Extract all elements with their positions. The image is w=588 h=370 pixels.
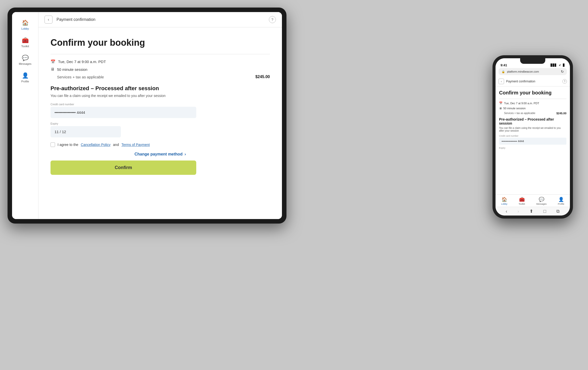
- phone-nav-lobby[interactable]: 🏠 Lobby: [501, 197, 507, 205]
- phone-nav-messages[interactable]: 💬 Messages: [536, 197, 547, 205]
- phone-home-icon: 🏠: [502, 197, 507, 202]
- phone-calendar-icon: 📅: [499, 101, 503, 105]
- phone-screen-icon: 🖥: [499, 107, 502, 110]
- phone-screen: 9:41 ▊▊▊ ⊀ ▊ 🔒 platform.mindbeacon.com ↻…: [496, 58, 570, 216]
- phone-page-title: Confirm your booking: [499, 90, 566, 96]
- preauth-subtitle: You can file a claim using the receipt w…: [51, 94, 270, 98]
- phone-nav-profile[interactable]: 👤 Profile: [558, 197, 564, 205]
- credit-card-field: Credit card number •••••••••••••••• 4444: [51, 103, 270, 118]
- browser-bookmark-icon[interactable]: □: [544, 209, 546, 214]
- browser-forward-icon[interactable]: ›: [518, 209, 519, 214]
- phone-cc-label: Credit card number: [499, 135, 566, 137]
- phone-header-title: Payment confirmation: [506, 80, 560, 83]
- sidebar-label-toolkit: Toolkit: [21, 45, 29, 48]
- profile-icon: 👤: [22, 72, 29, 79]
- browser-tabs-icon[interactable]: ⧉: [556, 209, 560, 214]
- sidebar-item-profile[interactable]: 👤 Profile: [15, 70, 36, 85]
- booking-session-row: 🖥 50 minute session: [51, 67, 270, 72]
- agreement-checkbox[interactable]: [51, 142, 55, 147]
- screen-icon: 🖥: [51, 67, 55, 72]
- divider-1: [51, 54, 270, 54]
- sidebar-item-toolkit[interactable]: 🧰 Toolkit: [15, 35, 36, 50]
- phone-toolkit-icon: 🧰: [519, 197, 525, 202]
- expiry-field: Expiry 11 / 12: [51, 122, 270, 137]
- tablet-screen: 🏠 Lobby 🧰 Toolkit 💬 Messages 👤 Profile ‹: [12, 12, 282, 219]
- wifi-icon: ⊀: [559, 64, 561, 67]
- terms-link[interactable]: Terms of Payment: [121, 143, 150, 147]
- phone-notch: [520, 58, 545, 64]
- url-content: 🔒 platform.mindbeacon.com: [502, 70, 539, 73]
- toolkit-icon: 🧰: [22, 37, 29, 44]
- expiry-input[interactable]: 11 / 12: [51, 126, 121, 137]
- phone-expiry-label: Expiry: [499, 147, 566, 149]
- status-icons: ▊▊▊ ⊀ ▊: [551, 64, 565, 67]
- change-payment-button[interactable]: Change payment method ›: [51, 152, 270, 156]
- booking-date: Tue, Dec 7 at 9:00 a.m. PDT: [58, 60, 106, 64]
- phone-header: ‹ Payment confirmation ?: [496, 77, 570, 86]
- tablet-device: 🏠 Lobby 🧰 Toolkit 💬 Messages 👤 Profile ‹: [8, 8, 286, 224]
- calendar-icon: 📅: [51, 59, 56, 64]
- phone-help-button[interactable]: ?: [562, 79, 567, 84]
- preauth-section: Pre-authorized – Processed after session…: [51, 85, 270, 137]
- booking-session: 50 minute session: [57, 67, 87, 72]
- phone-nav-profile-label: Profile: [558, 203, 564, 205]
- phone-content: ‹ Payment confirmation ? Confirm your bo…: [496, 77, 570, 216]
- header-bar: ‹ Payment confirmation ?: [38, 12, 282, 27]
- expiry-label: Expiry: [51, 122, 270, 125]
- phone-bottom-nav: 🏠 Lobby 🧰 Toolkit 💬 Messages 👤 Profile: [496, 194, 570, 207]
- signal-icon: ▊▊▊: [551, 64, 557, 67]
- phone-preauth-title: Pre-authorized – Processed after session: [499, 117, 566, 125]
- agreement-text-and: and: [113, 143, 119, 147]
- phone-price: $245.00: [556, 112, 566, 115]
- back-button[interactable]: ‹: [44, 16, 53, 24]
- price-row: Services + tax as applicable $245.00: [51, 75, 270, 79]
- chevron-right-icon: ›: [184, 152, 186, 156]
- sidebar-label-messages: Messages: [19, 62, 31, 65]
- home-icon: 🏠: [22, 20, 29, 26]
- sidebar-item-lobby[interactable]: 🏠 Lobby: [15, 17, 36, 33]
- page-body: Confirm your booking 📅 Tue, Dec 7 at 9:0…: [38, 27, 282, 219]
- agreement-row: I agree to the Cancellation Policy and T…: [51, 142, 270, 147]
- url-text: platform.mindbeacon.com: [507, 70, 539, 73]
- phone-nav-toolkit[interactable]: 🧰 Toolkit: [519, 197, 525, 205]
- phone-cc-input[interactable]: •••••••••••••••• 4444: [499, 138, 566, 145]
- battery-icon: ▊: [563, 64, 565, 67]
- phone-session: 50 minute session: [503, 107, 526, 110]
- sidebar-item-messages[interactable]: 💬 Messages: [15, 52, 36, 68]
- change-payment-label: Change payment method: [134, 152, 182, 156]
- refresh-icon[interactable]: ↻: [561, 70, 564, 74]
- sidebar-label-profile: Profile: [21, 80, 29, 83]
- cancellation-policy-link[interactable]: Cancellation Policy: [81, 143, 111, 147]
- booking-date-row: 📅 Tue, Dec 7 at 9:00 a.m. PDT: [51, 59, 270, 64]
- phone-nav-lobby-label: Lobby: [501, 203, 507, 205]
- phone-body: Confirm your booking 📅 Tue, Dec 7 at 9:0…: [496, 86, 570, 194]
- page-title: Confirm your booking: [51, 37, 270, 48]
- booking-info: 📅 Tue, Dec 7 at 9:00 a.m. PDT 🖥 50 minut…: [51, 59, 270, 79]
- credit-card-label: Credit card number: [51, 103, 270, 106]
- phone-profile-icon: 👤: [558, 197, 564, 202]
- phone-session-row: 🖥 50 minute session: [499, 107, 566, 110]
- confirm-button[interactable]: Confirm: [51, 161, 196, 175]
- phone-services-label: Services + tax as applicable: [504, 112, 535, 115]
- sidebar: 🏠 Lobby 🧰 Toolkit 💬 Messages 👤 Profile: [12, 12, 38, 219]
- phone-divider: [499, 99, 566, 99]
- preauth-title: Pre-authorized – Processed after session: [51, 85, 270, 92]
- phone-nav-wrapper: 🏠 Lobby 🧰 Toolkit 💬 Messages 👤 Profile: [496, 194, 570, 216]
- browser-back-icon[interactable]: ‹: [506, 209, 507, 214]
- phone-date: Tue, Dec 7 at 9:00 a.m. PDT: [504, 102, 539, 105]
- credit-card-input[interactable]: •••••••••••••••• 4444: [51, 107, 196, 118]
- phone-browser-bar: ‹ › ⬆ □ ⧉: [496, 207, 570, 216]
- lock-icon: 🔒: [502, 70, 505, 73]
- messages-icon: 💬: [22, 55, 29, 61]
- phone-date-row: 📅 Tue, Dec 7 at 9:00 a.m. PDT: [499, 101, 566, 105]
- phone-price-row: Services + tax as applicable $245.00: [499, 112, 566, 115]
- help-button[interactable]: ?: [269, 16, 276, 23]
- services-label: Services + tax as applicable: [57, 75, 104, 79]
- browser-share-icon[interactable]: ⬆: [529, 208, 533, 214]
- phone-nav-messages-label: Messages: [536, 203, 547, 205]
- phone-url-bar[interactable]: 🔒 platform.mindbeacon.com ↻: [499, 68, 567, 75]
- phone-back-button[interactable]: ‹: [499, 79, 504, 84]
- phone-device: 9:41 ▊▊▊ ⊀ ▊ 🔒 platform.mindbeacon.com ↻…: [493, 55, 573, 219]
- phone-nav-toolkit-label: Toolkit: [519, 203, 525, 205]
- sidebar-label-lobby: Lobby: [21, 27, 29, 30]
